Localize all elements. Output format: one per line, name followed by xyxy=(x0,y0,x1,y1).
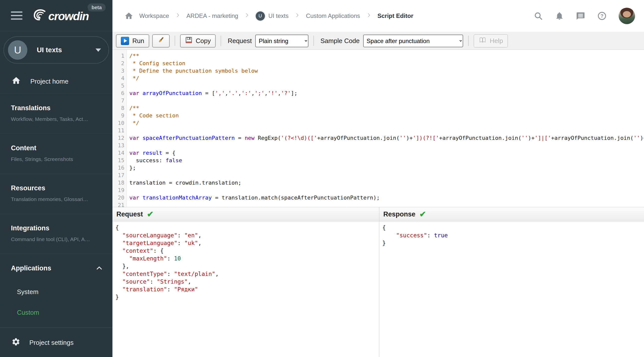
line-number: 8 xyxy=(112,104,126,112)
main-area: Workspace ARDEA - marketing U UI texts C… xyxy=(112,0,644,357)
sidebar-item-resources[interactable]: Resources Translation memories, Glossari… xyxy=(0,174,112,214)
notifications-bell-icon[interactable] xyxy=(555,11,564,21)
project-avatar: U xyxy=(256,12,265,21)
sidebar-item-applications-system[interactable]: System xyxy=(17,288,102,296)
line-number: 21 xyxy=(112,202,126,207)
messages-chat-icon[interactable] xyxy=(576,11,585,21)
request-type-select[interactable]: Plain string xyxy=(255,34,308,47)
request-response-panels: Request ✔ { "sourceLanguage": "en", "tar… xyxy=(112,207,644,357)
request-panel: Request ✔ { "sourceLanguage": "en", "tar… xyxy=(112,207,379,357)
project-name: UI texts xyxy=(37,46,96,54)
request-json-line: "targetLanguage": "uk", xyxy=(116,239,379,247)
breadcrumb-workspace[interactable]: Workspace xyxy=(139,12,169,20)
line-number: 15 xyxy=(112,157,126,164)
crowdin-logo-icon xyxy=(30,8,46,23)
toolbar-separator xyxy=(221,36,221,46)
sidebar-item-content[interactable]: Content Files, Strings, Screenshots xyxy=(0,134,112,174)
code-line: success: false xyxy=(129,157,644,164)
code-line: */ xyxy=(129,75,644,82)
response-panel: Response ✔ { "success": true} xyxy=(379,207,644,357)
hamburger-menu-button[interactable] xyxy=(11,12,22,20)
user-avatar[interactable] xyxy=(619,8,635,24)
response-panel-header: Response ✔ xyxy=(379,207,644,222)
top-bar-actions: ? xyxy=(534,8,635,24)
breadcrumb-chevron-icon xyxy=(175,12,180,20)
request-panel-header: Request ✔ xyxy=(112,207,379,222)
line-number: 13 xyxy=(112,142,126,149)
response-json-view: { "success": true} xyxy=(379,222,644,357)
code-line: /** xyxy=(129,104,644,112)
code-editor: 123456789101112131415161718192021 /** * … xyxy=(112,50,644,207)
project-selector[interactable]: U UI texts xyxy=(4,36,109,64)
chevron-up-icon[interactable] xyxy=(96,264,103,273)
sample-code-label: Sample Code xyxy=(320,37,360,45)
code-line xyxy=(129,202,644,207)
code-editor-textarea[interactable]: /** * Config section * Define the punctu… xyxy=(127,50,644,207)
sidebar-item-applications[interactable]: Applications System Custom xyxy=(0,254,112,328)
line-number: 3 xyxy=(112,67,126,75)
code-line: */ xyxy=(129,120,644,127)
code-line: * Code section xyxy=(129,112,644,120)
sidebar-item-translations[interactable]: Translations Workflow, Members, Tasks, A… xyxy=(0,94,112,134)
line-number: 20 xyxy=(112,194,126,202)
section-title: Integrations xyxy=(11,224,102,232)
sidebar-item-applications-custom[interactable]: Custom xyxy=(17,309,102,316)
request-json-line: "translation": "Рядки" xyxy=(116,286,379,293)
breadcrumb-project-group[interactable]: ARDEA - marketing xyxy=(186,12,238,20)
request-json-line: "sourceLanguage": "en", xyxy=(116,232,379,239)
line-number: 10 xyxy=(112,120,126,127)
toolbar-separator xyxy=(468,36,469,46)
breadcrumb-custom-applications[interactable]: Custom Applications xyxy=(306,12,360,20)
request-json-line: "context": { xyxy=(116,247,379,255)
sample-code-select[interactable]: Space after punctuation xyxy=(363,34,463,47)
section-title: Content xyxy=(11,144,102,152)
toolbar-separator xyxy=(174,36,175,46)
home-icon[interactable] xyxy=(124,12,133,20)
sidebar: crowdin beta U UI texts Project home Tra… xyxy=(0,0,112,357)
response-json-line: "success": true xyxy=(382,232,644,239)
code-line xyxy=(129,172,644,179)
success-check-icon: ✔ xyxy=(420,210,426,219)
sidebar-item-project-home[interactable]: Project home xyxy=(0,70,112,94)
sidebar-item-integrations[interactable]: Integrations Command line tool (CLI), AP… xyxy=(0,214,112,254)
script-editor-toolbar: Run Copy xyxy=(112,32,644,50)
section-description: Command line tool (CLI), API, A… xyxy=(11,236,102,242)
open-book-icon xyxy=(478,36,486,46)
code-line xyxy=(129,186,644,194)
search-icon[interactable] xyxy=(534,11,543,21)
line-number: 9 xyxy=(112,112,126,120)
gear-icon xyxy=(12,337,20,348)
breadcrumb-chevron-icon xyxy=(294,12,300,20)
section-description: Files, Strings, Screenshots xyxy=(11,156,102,162)
brush-icon xyxy=(157,36,165,46)
line-number: 16 xyxy=(112,164,126,172)
request-json-line: }, xyxy=(116,262,379,270)
request-json-editor[interactable]: { "sourceLanguage": "en", "targetLanguag… xyxy=(112,222,379,357)
breadcrumb-project[interactable]: U UI texts xyxy=(256,12,288,21)
save-floppy-icon xyxy=(185,36,192,46)
help-question-icon[interactable]: ? xyxy=(597,11,607,21)
crowdin-logo[interactable]: crowdin xyxy=(30,8,88,23)
app-root: crowdin beta U UI texts Project home Tra… xyxy=(0,0,644,357)
sidebar-item-label: Project home xyxy=(30,78,68,85)
run-button[interactable]: Run xyxy=(116,34,149,48)
code-line: /** xyxy=(129,52,644,60)
breadcrumb: Workspace ARDEA - marketing U UI texts C… xyxy=(124,12,534,21)
code-line xyxy=(129,82,644,90)
sidebar-item-project-settings[interactable]: Project settings xyxy=(0,328,112,357)
section-title: Applications xyxy=(11,264,102,272)
line-number: 19 xyxy=(112,186,126,194)
copy-button[interactable]: Copy xyxy=(180,34,216,48)
code-line xyxy=(129,97,644,104)
code-line xyxy=(129,142,644,149)
section-title: Translations xyxy=(11,104,102,112)
code-line: var result = { xyxy=(129,149,644,157)
breadcrumb-chevron-icon xyxy=(244,12,250,20)
format-code-button[interactable] xyxy=(152,34,170,48)
breadcrumb-project-label[interactable]: UI texts xyxy=(268,12,288,20)
request-json-line: } xyxy=(116,293,379,301)
request-json-line: "contentType": "text/plain", xyxy=(116,270,379,278)
breadcrumb-current-page: Script Editor xyxy=(378,12,414,20)
request-type-label: Request xyxy=(228,37,252,45)
help-button[interactable]: Help xyxy=(474,34,508,48)
